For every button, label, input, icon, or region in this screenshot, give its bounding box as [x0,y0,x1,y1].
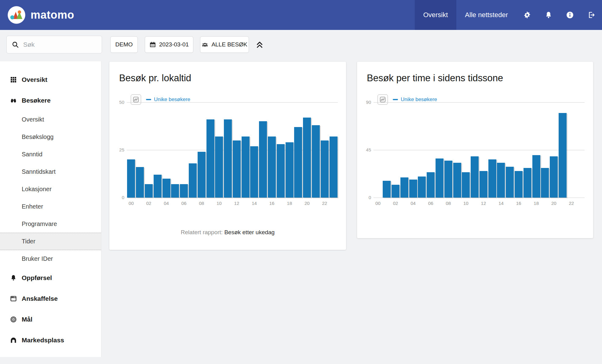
date-range-label: 2023-03-01 [159,41,189,48]
legend-swatch [146,99,151,100]
y-axis-tick: 90 [360,100,371,105]
bar-16[interactable] [268,136,276,198]
bar-13[interactable] [242,136,250,198]
bar-01[interactable] [383,181,391,198]
matomo-brand[interactable]: matomo [7,6,74,24]
bar-11[interactable] [471,156,479,198]
bar-03[interactable] [400,177,408,198]
sidebar-item-anskaffelse[interactable]: Anskaffelse [0,288,101,309]
sidebar-item-mål[interactable]: Mål [0,309,101,330]
bar-09[interactable] [453,163,461,198]
bar-10[interactable] [215,136,223,198]
bar-07[interactable] [436,158,443,198]
bar-14[interactable] [250,146,258,198]
widget-title: Besøk pr. lokaltid [119,73,191,84]
bar-10[interactable] [462,172,470,198]
segment-selector-button[interactable]: ALLE BESØK [200,36,249,53]
bar-12[interactable] [233,140,241,198]
bar-04[interactable] [162,179,170,198]
notifications-icon[interactable] [538,0,559,30]
sidebar-item-label: Lokasjoner [22,186,52,193]
site-selector-button[interactable]: DEMO [110,36,138,53]
bar-19[interactable] [294,127,302,198]
bar-20[interactable] [303,118,311,198]
sidebar-item-oversikt[interactable]: Oversikt [0,69,101,90]
sidebar-item-label: Markedsplass [22,337,64,344]
bar-23[interactable] [330,136,337,198]
x-axis-tick: 06 [180,201,188,206]
bar-15[interactable] [259,121,267,198]
sidebar-item-oversikt[interactable]: Oversikt [0,111,101,128]
legend-entry-unike-besokere[interactable]: Unike besøkere [393,96,437,103]
widget-title: Besøk per time i sidens tidssone [367,73,503,84]
site-selector-label: DEMO [115,41,133,48]
bar-chart-visits-local-time: 02550000204060810121416182022 [127,102,338,198]
x-axis-tick: 12 [479,201,488,206]
related-report-link[interactable]: Besøk etter ukedag [224,229,275,235]
bar-15[interactable] [506,167,514,198]
nav-item-alle-nettsteder[interactable]: Alle nettsteder [456,0,516,30]
collapse-controls-icon[interactable] [254,39,265,49]
bar-08[interactable] [444,161,452,198]
gridline-y50 [127,102,338,103]
bar-13[interactable] [488,159,496,198]
sidebar-item-besøkslogg[interactable]: Besøkslogg [0,128,101,146]
legend-label: Unike besøkere [401,96,437,103]
signout-icon[interactable] [581,0,602,30]
bar-21[interactable] [559,113,567,198]
bar-02[interactable] [392,185,400,198]
sidebar-item-programvare[interactable]: Programvare [0,215,101,233]
sidebar-item-markedsplass[interactable]: Markedsplass [0,330,101,351]
search-box[interactable] [6,36,102,53]
sidebar-item-sanntidskart[interactable]: Sanntidskart [0,163,101,180]
bar-18[interactable] [286,142,294,198]
bar-22[interactable] [321,140,329,198]
bar-03[interactable] [154,175,162,198]
sidebar-item-sanntid[interactable]: Sanntid [0,146,101,163]
bar-02[interactable] [145,184,153,198]
legend-entry-unike-besokere[interactable]: Unike besøkere [146,96,190,103]
bar-16[interactable] [515,171,523,198]
bar-20[interactable] [550,156,558,198]
segment-selector-label: ALLE BESØK [211,41,247,48]
sidebar-item-enheter[interactable]: Enheter [0,198,101,215]
sidebar-item-label: Programvare [22,220,57,228]
x-axis-tick: 16 [268,201,276,206]
bar-04[interactable] [409,180,417,198]
x-axis-tick: 04 [162,201,171,206]
bar-17[interactable] [524,168,531,198]
bar-17[interactable] [277,144,285,198]
nav-item-oversikt[interactable]: Oversikt [415,0,457,30]
bar-18[interactable] [532,155,540,198]
bar-08[interactable] [198,152,206,198]
control-bar: DEMO 2023-03-01 ALLE BESØK [0,30,602,61]
users-icon [202,41,208,48]
navbar-menu: Oversikt Alle nettsteder [415,0,602,30]
search-input[interactable] [23,41,94,49]
sidebar-item-oppførsel[interactable]: Oppførsel [0,268,101,288]
info-icon[interactable] [559,0,581,30]
sidebar-item-bruker-ider[interactable]: Bruker IDer [0,250,101,268]
bar-11[interactable] [224,119,232,198]
bar-09[interactable] [206,119,214,198]
date-range-button[interactable]: 2023-03-01 [145,36,193,53]
bar-19[interactable] [541,168,549,198]
search-icon [12,41,19,48]
x-axis-tick: 16 [514,201,523,206]
bar-14[interactable] [497,163,505,198]
bar-21[interactable] [312,125,320,198]
sidebar-item-besøkere[interactable]: Besøkere [0,90,101,111]
x-axis-tick: 20 [303,201,312,206]
sidebar-item-lokasjoner[interactable]: Lokasjoner [0,180,101,198]
bar-06[interactable] [427,172,435,198]
bar-12[interactable] [480,171,487,198]
bar-05[interactable] [171,184,179,198]
bar-00[interactable] [127,159,135,198]
bar-01[interactable] [136,167,144,198]
sidebar-item-tider[interactable]: Tider [0,233,101,250]
bar-06[interactable] [180,184,188,198]
bar-05[interactable] [418,177,426,198]
settings-icon[interactable] [516,0,538,30]
bar-07[interactable] [189,163,197,198]
sidebar-item-label: Enheter [22,203,43,210]
